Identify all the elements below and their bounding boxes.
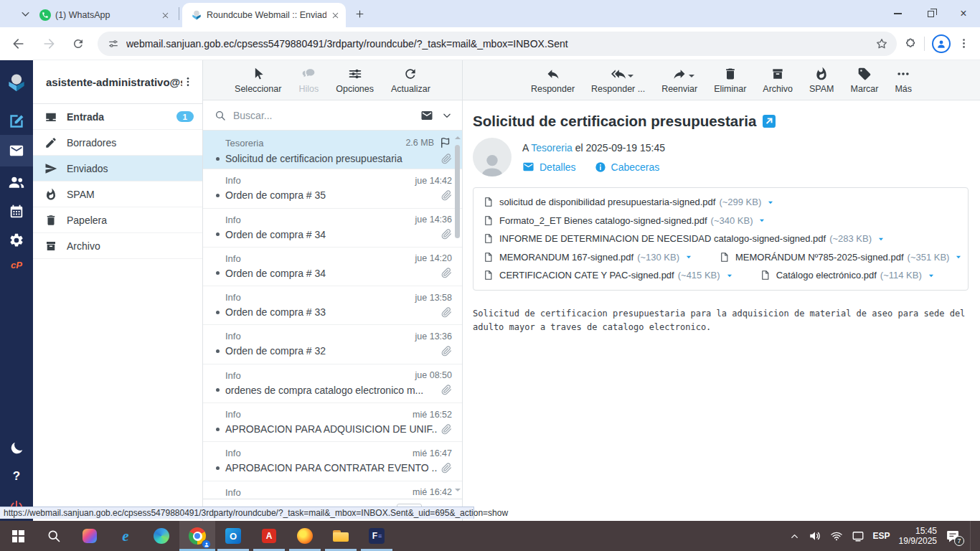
internet-explorer-button[interactable]: e [108, 521, 143, 551]
attachment-menu-caret-icon[interactable] [766, 198, 775, 207]
attachment-menu-caret-icon[interactable] [877, 235, 885, 243]
folder-item-borradores[interactable]: Borradores [33, 130, 202, 156]
tab-close-icon[interactable] [331, 11, 340, 20]
tab-list-chevron-icon[interactable] [20, 9, 31, 19]
back-button[interactable] [11, 37, 26, 51]
attachment-item[interactable]: solicitud de disponibilidad presupuestar… [483, 196, 775, 208]
folder-item-spam[interactable]: SPAM [33, 182, 202, 207]
address-bar[interactable]: webmail.sanjuan.gob.ec/cpsess5479880491/… [98, 32, 897, 56]
connect-display-icon[interactable] [852, 529, 864, 542]
list-scrollbar[interactable] [454, 133, 461, 496]
chrome-button[interactable] [179, 521, 215, 551]
profile-avatar[interactable] [932, 34, 951, 53]
toolbar-button-archivo[interactable]: Archivo [759, 67, 796, 94]
site-info-icon[interactable] [108, 38, 119, 50]
folder-item-archivo[interactable]: Archivo [33, 233, 202, 259]
firefox-button[interactable] [287, 521, 323, 551]
flag-icon[interactable] [439, 136, 452, 149]
account-header[interactable]: asistente-administrativo@sa... [33, 60, 202, 104]
extensions-puzzle-icon[interactable] [904, 37, 917, 50]
attachment-item[interactable]: MEMORANDUM 167-signed.pdf (~130 KB) [483, 251, 693, 263]
file-explorer-button[interactable] [323, 521, 359, 551]
volume-icon[interactable] [809, 529, 821, 542]
scrollbar-thumb[interactable] [455, 145, 460, 238]
attachment-menu-caret-icon[interactable] [684, 253, 693, 261]
start-button[interactable] [0, 521, 36, 551]
dropdown-caret-icon[interactable] [689, 75, 694, 80]
tab-roundcube[interactable]: Roundcube Webmail :: Enviados [182, 3, 346, 27]
account-menu-icon[interactable] [182, 76, 194, 88]
open-in-new-window-icon[interactable] [763, 115, 776, 128]
acrobat-button[interactable]: A [251, 521, 287, 551]
copilot-button[interactable] [72, 521, 108, 551]
folder-item-entrada[interactable]: Entrada 1 [33, 104, 202, 130]
toolbar-button-eliminar[interactable]: Eliminar [710, 67, 750, 94]
f-app-button[interactable]: F≡ [359, 521, 395, 551]
message-row[interactable]: Info mié 16:52 APROBACION PARA ADQUISICI… [203, 403, 462, 442]
edge-button[interactable] [143, 521, 179, 551]
details-toggle[interactable]: Detalles [522, 161, 576, 173]
forward-button[interactable] [42, 37, 56, 51]
browser-menu-icon[interactable] [958, 37, 970, 50]
toolbar-button-seleccionar[interactable]: Seleccionar [231, 67, 285, 94]
search-scope-mail-icon[interactable] [420, 109, 433, 122]
message-row[interactable]: Tesoreria 2.6 MB Solicitud de certificac… [203, 131, 462, 169]
scroll-up-arrow[interactable] [455, 133, 461, 139]
toolbar-button-reenviar[interactable]: Reenviar [658, 67, 701, 94]
taskbar-clock[interactable]: 15:45 19/9/2025 [899, 526, 937, 546]
toolbar-button-opciones[interactable]: Opciones [332, 67, 377, 94]
window-restore-button[interactable] [914, 0, 947, 27]
message-row[interactable]: Info mié 16:42 [203, 481, 462, 499]
message-row[interactable]: Info jue 13:36 Orden de compra # 32 [203, 325, 462, 364]
attachment-item[interactable]: Catálogo electrónico.pdf (~114 KB) [760, 269, 936, 281]
taskbar-search-button[interactable] [36, 521, 72, 551]
language-indicator[interactable]: ESP [873, 531, 890, 541]
toolbar-button-hilos[interactable]: Hilos [295, 67, 322, 94]
bookmark-star-icon[interactable] [875, 37, 888, 50]
calendar-icon[interactable] [9, 204, 24, 220]
folder-item-papelera[interactable]: Papelera [33, 207, 202, 233]
recipient-link[interactable]: Tesoreria [531, 142, 573, 154]
toolbar-button-más[interactable]: Más [891, 67, 915, 94]
attachment-item[interactable]: CERTIFICACION CATE Y PAC-signed.pdf (~41… [483, 269, 734, 281]
toolbar-button-responder[interactable]: Responder ... [588, 67, 649, 94]
message-row[interactable]: Info jue 14:36 Orden de compra # 34 [203, 209, 462, 248]
dropdown-caret-icon[interactable] [628, 75, 633, 80]
reload-button[interactable] [72, 37, 85, 50]
search-input[interactable] [233, 110, 420, 121]
outlook-button[interactable]: O [215, 521, 251, 551]
attachment-item[interactable]: MEMORÁNDUM Nº785-2025-signed.pdf (~351 K… [719, 251, 963, 263]
window-minimize-button[interactable] [881, 0, 914, 27]
attachment-menu-caret-icon[interactable] [758, 216, 766, 225]
cpanel-icon[interactable]: cP [11, 260, 22, 270]
toolbar-button-spam[interactable]: SPAM [806, 67, 838, 94]
attachment-item[interactable]: INFORME DE DETERMINACION DE NECESIDAD ca… [483, 232, 885, 245]
settings-gear-icon[interactable] [9, 232, 24, 248]
rail-mail-button[interactable] [0, 135, 33, 166]
tab-close-icon[interactable] [161, 11, 170, 20]
attachment-item[interactable]: Formato_2_ET Bienes catalogo-signed-sign… [483, 215, 766, 227]
toolbar-button-marcar[interactable]: Marcar [847, 67, 882, 94]
toolbar-button-responder[interactable]: Responder [527, 67, 578, 94]
folder-item-enviados[interactable]: Enviados [33, 156, 202, 182]
headers-toggle[interactable]: Cabeceras [595, 161, 660, 173]
attachment-menu-caret-icon[interactable] [927, 271, 936, 280]
new-tab-button[interactable] [354, 9, 365, 19]
toolbar-button-actualizar[interactable]: Actualizar [387, 67, 434, 94]
dark-mode-moon-icon[interactable] [9, 441, 24, 456]
scroll-down-arrow[interactable] [455, 489, 461, 494]
wifi-icon[interactable] [830, 529, 843, 542]
help-icon[interactable]: ? [13, 469, 20, 484]
tray-expand-chevron-icon[interactable] [789, 531, 800, 542]
message-row[interactable]: Info jue 14:42 Orden de compra # 35 [203, 169, 462, 208]
tab-whatsapp[interactable]: (1) WhatsApp [31, 3, 176, 27]
contacts-icon[interactable] [8, 174, 26, 192]
search-options-chevron-icon[interactable] [442, 110, 452, 121]
message-row[interactable]: Info mié 16:47 APROBACION PARA CONTRATAR… [203, 442, 462, 481]
attachment-menu-caret-icon[interactable] [725, 271, 734, 280]
message-row[interactable]: Info jue 08:50 ordenes de compra catalog… [203, 364, 462, 403]
notification-center-button[interactable]: 7 [946, 529, 960, 543]
message-row[interactable]: Info jue 13:58 Orden de compra # 33 [203, 286, 462, 325]
window-close-button[interactable]: × [947, 0, 980, 27]
compose-icon[interactable] [7, 112, 26, 131]
